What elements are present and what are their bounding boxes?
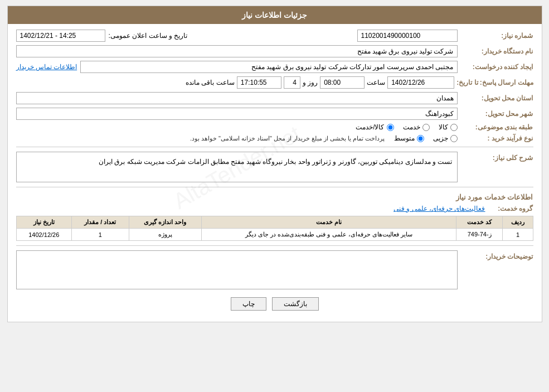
- category-radio-group: کالا خدمت کالا/خدمت: [356, 123, 457, 131]
- response-days-label: روز و: [303, 79, 318, 86]
- col-header-qty: تعداد / مقدار: [72, 216, 129, 229]
- category-label: طبقه بندی موضوعی:: [461, 123, 533, 131]
- category-kala: کالا: [439, 123, 458, 131]
- purchase-note: پرداخت تمام یا بخشی از مبلغ خریدار از مح…: [190, 135, 385, 142]
- category-khedmat-radio[interactable]: [422, 124, 430, 131]
- row-requester: ایجاد کننده درخواست: مجتبی احمدی سرپرست …: [16, 61, 533, 73]
- row-buyer-name: نام دستگاه خریدار: شرکت تولید نیروی برق …: [16, 45, 533, 57]
- category-khedmat-label: خدمت: [403, 123, 420, 131]
- col-header-name: نام خدمت: [201, 216, 456, 229]
- need-number-value: 1102001490000100: [357, 30, 458, 42]
- purchase-jozi-radio[interactable]: [450, 135, 458, 142]
- services-table: ردیف کد خدمت نام خدمت واحد اندازه گیری ت…: [16, 216, 533, 241]
- back-button[interactable]: بازگشت: [272, 297, 319, 311]
- requester-link[interactable]: اطلاعات تماس خریدار: [16, 63, 77, 71]
- row-category: طبقه بندی موضوعی: کالا خدمت کالا/خدمت: [16, 123, 533, 131]
- buyer-name-label: نام دستگاه خریدار:: [461, 47, 533, 55]
- cell-row: 1: [503, 229, 533, 241]
- buyer-name-value: شرکت تولید نیروی برق شهید مفتح: [16, 45, 458, 57]
- category-kala-khedmat-radio[interactable]: [387, 124, 394, 131]
- group-label: گروه خدمت:: [489, 205, 533, 212]
- cell-date: 1402/12/26: [16, 229, 72, 241]
- cell-name: سایر فعالیت‌های حرفه‌ای، علمی و فنی طبقه…: [201, 229, 456, 241]
- row-purchase-type: نوع فرآیند خرید : جزیی متوسط پرداخت تمام…: [16, 134, 533, 142]
- category-khedmat: خدمت: [403, 123, 430, 131]
- col-header-date: تاریخ نیاز: [16, 216, 72, 229]
- col-header-code: کد خدمت: [456, 216, 502, 229]
- row-province: استان محل تحویل: همدان: [16, 92, 533, 104]
- row-buyer-description: توضیحات خریدار:: [16, 250, 533, 289]
- need-description-box: AltaTender.net تست و مدلسازی دینامیکی تو…: [16, 152, 458, 182]
- response-deadline-label: مهلت ارسال پاسخ: تا تاریخ:: [456, 79, 533, 86]
- divider-3: [16, 245, 533, 246]
- print-button[interactable]: چاپ: [231, 297, 266, 311]
- watermark: AltaTender.net: [166, 116, 307, 218]
- category-kala-khedmat: کالا/خدمت: [356, 123, 393, 131]
- row-response-deadline: مهلت ارسال پاسخ: تا تاریخ: 1402/12/26 سا…: [16, 76, 533, 89]
- category-kala-khedmat-label: کالا/خدمت: [356, 123, 384, 131]
- announcement-label: تاریخ و ساعت اعلان عمومی:: [109, 32, 188, 40]
- divider-1: [16, 147, 533, 147]
- row-services-group: گروه خدمت: فعالیت‌های حرفه‌ای، علمی و فن…: [16, 205, 533, 212]
- city-value: کبودراهنگ: [16, 108, 458, 120]
- purchase-jozi-label: جزیی: [433, 134, 448, 142]
- purchase-jozi: جزیی: [433, 134, 458, 142]
- col-header-row: ردیف: [503, 216, 533, 229]
- response-time: 08:00: [320, 76, 365, 89]
- page-title: جزئیات اطلاعات نیاز: [242, 11, 307, 20]
- province-label: استان محل تحویل:: [461, 94, 533, 102]
- purchase-motavaset-radio[interactable]: [417, 135, 424, 142]
- requester-value: مجتبی احمدی سرپرست امور تدارکات شرکت تول…: [80, 61, 457, 73]
- cell-qty: 1: [72, 229, 129, 241]
- buyer-description-label: توضیحات خریدار:: [461, 253, 533, 260]
- response-date: 1402/12/26: [387, 76, 454, 89]
- need-description-value: تست و مدلسازی دینامیکی توربین، گاورنر و …: [99, 158, 452, 166]
- response-time-label: ساعت: [367, 79, 385, 86]
- category-kala-label: کالا: [439, 123, 448, 131]
- row-city: شهر محل تحویل: کبودراهنگ: [16, 108, 533, 120]
- response-remaining-label: ساعت باقی مانده: [186, 79, 235, 86]
- content-area: شماره نیاز: 1102001490000100 تاریخ و ساع…: [8, 24, 542, 322]
- province-value: همدان: [16, 92, 458, 104]
- response-days: 4: [284, 76, 300, 89]
- buttons-row: بازگشت چاپ: [16, 297, 533, 316]
- table-row: 1 ز-74-749 سایر فعالیت‌های حرفه‌ای، علمی…: [16, 229, 533, 241]
- row-need-description: شرح کلی نیاز: AltaTender.net تست و مدلسا…: [16, 152, 533, 182]
- buyer-description-textarea[interactable]: [16, 250, 458, 289]
- purchase-motavaset: متوسط: [394, 134, 424, 142]
- need-description-label: شرح کلی نیاز:: [461, 154, 533, 162]
- purchase-type-radio-group: جزیی متوسط: [394, 134, 458, 142]
- row-need-number: شماره نیاز: 1102001490000100 تاریخ و ساع…: [16, 30, 533, 42]
- page-container: جزئیات اطلاعات نیاز شماره نیاز: 11020014…: [7, 6, 542, 322]
- services-section-title: اطلاعات خدمات مورد نیاز: [16, 193, 533, 201]
- need-number-label: شماره نیاز:: [461, 32, 533, 40]
- requester-label: ایجاد کننده درخواست:: [461, 63, 533, 71]
- purchase-motavaset-label: متوسط: [394, 134, 415, 142]
- table-header-row: ردیف کد خدمت نام خدمت واحد اندازه گیری ت…: [16, 216, 533, 229]
- purchase-type-label: نوع فرآیند خرید :: [461, 134, 533, 142]
- cell-unit: پروژه: [129, 229, 201, 241]
- col-header-unit: واحد اندازه گیری: [129, 216, 201, 229]
- response-remaining: 17:10:55: [237, 76, 281, 89]
- announcement-value: 1402/12/21 - 14:25: [16, 30, 105, 42]
- divider-2: [16, 187, 533, 187]
- city-label: شهر محل تحویل:: [461, 110, 533, 118]
- category-kala-radio[interactable]: [450, 124, 458, 131]
- page-header: جزئیات اطلاعات نیاز: [8, 6, 542, 24]
- cell-code: ز-74-749: [456, 229, 502, 241]
- group-value[interactable]: فعالیت‌های حرفه‌ای، علمی و فنی: [393, 205, 485, 212]
